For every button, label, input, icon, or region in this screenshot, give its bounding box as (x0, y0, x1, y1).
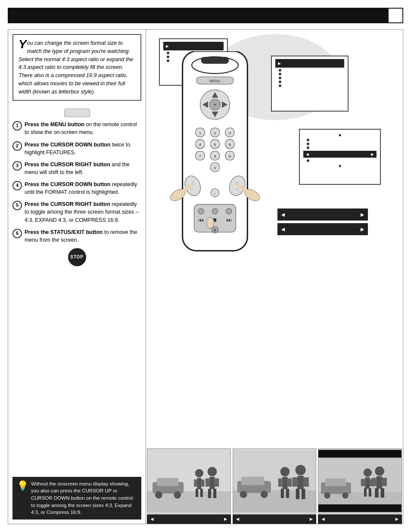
svg-text:0: 0 (214, 165, 216, 170)
format-bar-1-right: ► (359, 211, 365, 218)
svg-point-98 (364, 469, 372, 477)
right-column: ► ► (146, 30, 403, 524)
svg-rect-70 (208, 489, 211, 498)
svg-rect-102 (364, 488, 367, 496)
svg-text:1: 1 (199, 131, 201, 135)
svg-point-60 (195, 469, 203, 477)
format-arrow-right: ► (370, 152, 375, 157)
format-bar-2: ◄ ► (277, 223, 368, 235)
step-text-2: Press the CURSOR DOWN button twice to hi… (25, 141, 141, 156)
svg-rect-68 (206, 478, 210, 486)
step-number-4: 4 (12, 181, 22, 190)
menu-arrow-2: ► (277, 61, 282, 66)
menu-arrow-1: ► (165, 44, 170, 49)
menu-button-image (8, 109, 146, 117)
menu-bullet-12 (307, 159, 309, 162)
format-bar-2-right: ► (359, 226, 365, 233)
menu-item-highlighted-2: ► (275, 59, 344, 68)
step-text-3: Press the CURSOR RIGHT button and the me… (25, 161, 141, 176)
format-bar-1: ◄ ► (277, 208, 368, 221)
svg-text:⏸: ⏸ (213, 228, 217, 233)
step-number-2: 2 (12, 141, 22, 151)
svg-rect-65 (200, 489, 203, 497)
tip-box: 💡 Without the onscreen menu display show… (12, 477, 141, 520)
svg-point-66 (208, 467, 217, 476)
format-menu-item: ◄ ► (303, 151, 377, 158)
svg-rect-108 (375, 488, 379, 498)
svg-text:6: 6 (229, 142, 231, 147)
svg-text:–: – (214, 190, 216, 196)
page: You can change the screen format size to… (0, 0, 411, 532)
step-text-1: Press the MENU button on the remote cont… (25, 121, 141, 136)
menu-button-shape (64, 109, 90, 117)
svg-rect-64 (196, 489, 198, 497)
svg-rect-109 (381, 488, 384, 498)
menu-item-highlighted-1: ► (163, 42, 224, 50)
step-3: 3 Press the CURSOR RIGHT button and the … (12, 161, 141, 176)
page-number (388, 8, 403, 23)
svg-point-58 (155, 492, 162, 499)
menu-title-triangle: ▲ (303, 132, 377, 137)
svg-rect-106 (372, 478, 377, 486)
remote-area: ► ► (146, 30, 403, 448)
menu-bullet-4 (279, 69, 281, 72)
menu-bullet-6 (279, 77, 281, 79)
menu-label-1 (170, 43, 197, 50)
bottom-label-1-left: ◄ (149, 516, 155, 522)
menu-bullet-11 (307, 146, 309, 149)
bottom-label-1-right: ► (223, 516, 228, 522)
menu-bullet-8 (279, 84, 281, 87)
step-6: 6 Press the STATUS/EXIT button to remove… (12, 228, 141, 244)
svg-point-76 (240, 491, 247, 498)
svg-rect-103 (369, 488, 371, 496)
bottom-label-2-left: ◄ (235, 516, 240, 522)
svg-rect-87 (303, 477, 308, 487)
step-text-4: Press the CURSOR DOWN button repeatedly … (25, 180, 141, 196)
menu-label-2 (282, 60, 320, 67)
intro-box: You can change the screen format size to… (12, 34, 141, 101)
tip-text: Without the onscreen menu display showin… (31, 480, 137, 516)
svg-rect-63 (201, 479, 204, 487)
step-number-6: 6 (12, 229, 22, 238)
step-4: 4 Press the CURSOR DOWN button repeatedl… (12, 180, 141, 196)
svg-point-59 (174, 492, 181, 499)
svg-point-96 (324, 492, 330, 498)
svg-text:2: 2 (214, 131, 216, 135)
step-number-3: 3 (12, 161, 22, 171)
bottom-label-3-right: ► (394, 516, 399, 522)
svg-rect-89 (302, 489, 305, 499)
svg-text:MENU: MENU (209, 79, 220, 83)
top-bar (8, 8, 403, 23)
bottom-label-2: ◄ ► (233, 514, 317, 524)
format-bar-2-left: ◄ (280, 226, 286, 233)
svg-text:4: 4 (199, 142, 202, 147)
svg-text:⏮: ⏮ (198, 217, 204, 223)
svg-point-97 (342, 492, 349, 498)
svg-point-78 (280, 467, 290, 476)
step-text-6: Press the STATUS/EXIT button to remove t… (25, 228, 141, 244)
menu-box-3: ▲ ◄ ► ▼ (299, 129, 381, 185)
svg-text:–: – (236, 187, 239, 191)
svg-rect-62 (194, 479, 197, 487)
svg-rect-85 (297, 476, 303, 489)
image-panel-2 (233, 448, 317, 513)
svg-text:7: 7 (199, 154, 201, 159)
svg-rect-86 (292, 477, 297, 487)
svg-rect-93 (318, 492, 402, 504)
svg-rect-80 (278, 478, 282, 486)
svg-rect-75 (241, 477, 264, 485)
bottom-label-2-right: ► (308, 516, 314, 522)
left-column: You can change the screen format size to… (8, 30, 146, 524)
intro-text: ou can change the screen format size to … (19, 40, 133, 95)
svg-rect-71 (213, 489, 216, 498)
svg-rect-95 (325, 478, 346, 486)
stop-button: STOP (68, 248, 86, 266)
menu-bullet-7 (279, 81, 281, 83)
image-panel-1 (147, 448, 231, 513)
format-bar-1-left: ◄ (280, 211, 286, 218)
step-5: 5 Press the CURSOR RIGHT button repeated… (12, 200, 141, 224)
remote-control: MENU ✦ 1 (163, 51, 267, 292)
stop-button-area: STOP (12, 248, 141, 266)
menu-title-triangle-down: ▼ (303, 164, 377, 168)
svg-rect-88 (296, 489, 299, 499)
